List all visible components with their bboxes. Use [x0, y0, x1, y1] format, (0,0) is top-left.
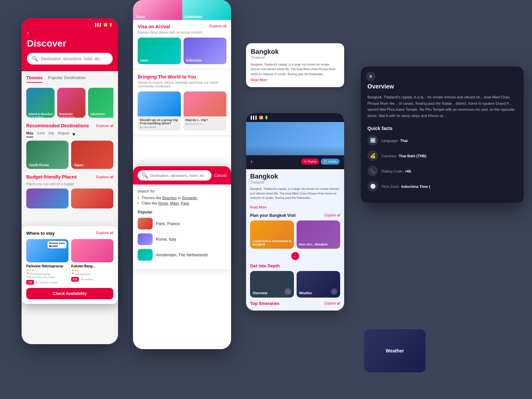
- status-bar: ▌▌▌ 📶 🔋: [27, 23, 113, 27]
- weather-card[interactable]: Weather: [364, 329, 426, 372]
- blog-card-1[interactable]: Should I go on a group trip if I'm trave…: [138, 91, 181, 131]
- visa-explore[interactable]: Explore all: [209, 24, 226, 28]
- dest-japan[interactable]: Japan: [71, 141, 113, 169]
- plan-prev-button[interactable]: ←: [291, 252, 299, 260]
- theme-adventure[interactable]: Adventure 5: [88, 88, 113, 118]
- hotels-button[interactable]: 🏨 Hotels: [321, 159, 339, 165]
- japan-label: Japan: [136, 15, 145, 19]
- plan-explore[interactable]: Explore all: [325, 213, 340, 217]
- link-milan[interactable]: Milan: [170, 201, 179, 205]
- month-august[interactable]: August: [58, 131, 69, 137]
- cancel-button[interactable]: Cancel: [214, 173, 226, 178]
- depth-card-weather[interactable]: Weather →: [297, 271, 340, 298]
- overview-title: Overview: [367, 83, 517, 90]
- search-overlay: 🔍 Cancel Search for: Themes like Beaches…: [133, 166, 231, 269]
- dest-label-japan: Japan: [74, 163, 83, 167]
- budget-title: Budget-friendly Places: [26, 174, 77, 180]
- ph3m-hero: [246, 122, 344, 155]
- hotel-location-1: 📍 Ramkhamhaeng: [26, 273, 68, 276]
- month-june[interactable]: June: [37, 131, 45, 137]
- hotel-reviews-1: 55 verified reviews: [36, 281, 58, 284]
- overview-description: Bangkok, Thailand's capital, is a la... …: [367, 94, 517, 119]
- flights-button[interactable]: ✈ Flights: [301, 159, 319, 165]
- ph3m-back-button[interactable]: ‹: [251, 159, 252, 165]
- check-availability-button[interactable]: Check Availability: [26, 288, 113, 299]
- budget-explore[interactable]: Explore all: [96, 175, 113, 179]
- budget-card-1[interactable]: [26, 189, 68, 208]
- plan-shop-label: Best sho... Bangkok: [299, 243, 328, 246]
- bringing-section: Bringing The World to You Stories to ins…: [133, 70, 231, 137]
- plan-card-food[interactable]: Local food & restaurants in Bangkok: [250, 220, 294, 249]
- overview-arrow-icon: →: [285, 288, 291, 295]
- read-more-link-mobile[interactable]: Read More: [250, 205, 266, 209]
- status-icons: ▌▌▌ 📶 🔋: [251, 116, 268, 119]
- itineraries-section: Top Itineraries Explore all: [246, 301, 344, 306]
- link-romantic[interactable]: Romantic: [182, 196, 197, 200]
- amsterdam-thumbnail: [138, 249, 153, 261]
- fact-language-text: Language: Thai: [381, 137, 408, 143]
- close-button[interactable]: ✕: [366, 72, 375, 81]
- tab-themes[interactable]: Themes: [26, 75, 43, 83]
- popular-paris[interactable]: Paris, France: [138, 218, 226, 229]
- depth-card-overview[interactable]: Overview →: [250, 271, 294, 298]
- blog-grid: Should I go on a group trip if I'm trave…: [138, 91, 226, 131]
- search-overlay-input[interactable]: [150, 174, 207, 178]
- paris-name: Paris, France: [156, 221, 180, 226]
- popular-amsterdam[interactable]: Amsterdam, The Netherlands: [138, 249, 226, 261]
- recommended-header: Recommended Destinations Explore all: [26, 123, 113, 128]
- search-input[interactable]: [41, 57, 108, 61]
- country-images: Japan Uzbekistan: [133, 0, 231, 20]
- hotel-price-badge: Rooms from฿2,500: [48, 241, 66, 248]
- hotel-rating-1: 7.2: [26, 280, 34, 285]
- link-paris[interactable]: Paris: [181, 201, 189, 205]
- depth-section: Get into Depth Overview → Weather →: [246, 263, 344, 298]
- flights-icon: ✈: [304, 160, 307, 163]
- search-bar[interactable]: 🔍: [27, 53, 113, 65]
- location-icon: 📍: [26, 273, 30, 276]
- visa-laos[interactable]: Laos: [138, 38, 181, 64]
- blog-card-2[interactable]: How do I... trip? By Dominic C...: [184, 91, 227, 131]
- hotels-grid: Rooms from฿2,500 Parkview Ratchaprarop ★…: [26, 239, 113, 285]
- page-title: Discover: [27, 38, 113, 49]
- popular-rome[interactable]: Rome, Italy: [138, 233, 226, 245]
- depth-cards-grid: Overview → Weather →: [250, 271, 340, 298]
- ph3m-city: Bangkok: [250, 173, 340, 180]
- visa-indonesia[interactable]: Indonesia: [184, 38, 227, 64]
- location-icon-2: 📍: [71, 273, 74, 276]
- stay-header: Where to stay Explore all: [26, 231, 113, 236]
- search-icon: 🔍: [32, 56, 38, 62]
- search-box[interactable]: 🔍: [138, 170, 211, 181]
- theme-island-beaches[interactable]: Island & Beaches 46 destinations: [26, 88, 55, 118]
- month-may[interactable]: May: [26, 131, 33, 137]
- signal-icon: ▌▌▌: [95, 23, 102, 27]
- theme-sub-island: 46 destinations: [28, 116, 44, 118]
- tab-popular[interactable]: Popular Destination: [48, 75, 85, 83]
- month-july[interactable]: July: [48, 131, 55, 137]
- hotel-stars-1: ★★★: [26, 269, 68, 272]
- link-beaches[interactable]: Beaches: [162, 196, 177, 200]
- hero-gradient: [246, 145, 344, 155]
- theme-label-island: Island & Beaches: [28, 112, 53, 116]
- hotel-card-2: Kokotel Bang... ★★★ 📍 Ramkhamhe... 8.5 5…: [71, 239, 113, 285]
- plan-navigation: ←: [250, 252, 340, 260]
- weather-label: Weather: [386, 348, 404, 353]
- theme-romantic[interactable]: Romantic 22 destinations: [57, 88, 85, 118]
- battery-icon-3: 🔋: [264, 116, 268, 119]
- stay-explore[interactable]: Explore all: [96, 231, 113, 236]
- fact-currency-text: Currency: Thai Baht (THB): [381, 153, 426, 159]
- link-rome[interactable]: Rome: [158, 201, 168, 205]
- back-button[interactable]: ‹: [27, 29, 113, 36]
- plan-card-shop[interactable]: Best sho... Bangkok: [297, 220, 340, 249]
- bringing-title: Bringing The World to You: [138, 74, 226, 79]
- itineraries-explore[interactable]: Explore all: [325, 302, 340, 305]
- read-more-link-top[interactable]: Read More: [251, 78, 267, 82]
- visa-destinations-grid: Laos Indonesia: [138, 38, 226, 64]
- ph3m-country: Thailand: [250, 180, 340, 184]
- budget-grid: [26, 189, 113, 208]
- japan-image: Japan: [133, 0, 182, 20]
- hotel-rating-2: 8.5: [71, 277, 79, 282]
- budget-card-2[interactable]: [71, 189, 113, 208]
- visa-subtitle: Explore these places with on arrival com…: [138, 31, 226, 34]
- dest-south-korea[interactable]: South Korea: [26, 141, 68, 169]
- recommended-explore[interactable]: Explore all: [96, 124, 113, 128]
